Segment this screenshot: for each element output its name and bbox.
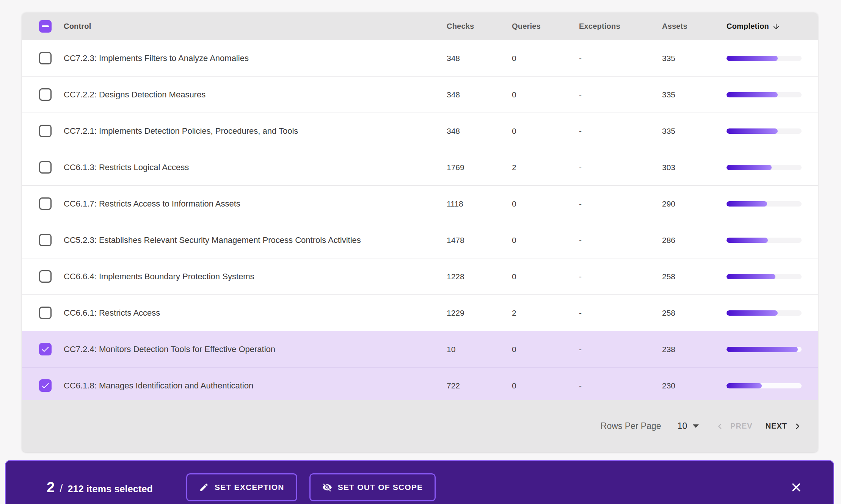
control-cell: CC6.1.8: Manages Identification and Auth… bbox=[64, 381, 447, 391]
assets-cell: 290 bbox=[662, 199, 726, 208]
exceptions-cell: - bbox=[579, 272, 662, 281]
control-cell: CC7.2.2: Designs Detection Measures bbox=[64, 90, 447, 100]
completion-bar-fill bbox=[726, 128, 778, 134]
queries-cell: 0 bbox=[512, 127, 579, 136]
queries-cell: 0 bbox=[512, 90, 579, 99]
column-header-assets[interactable]: Assets bbox=[662, 22, 726, 31]
rows-per-page-label: Rows Per Page bbox=[601, 421, 661, 431]
completion-bar-fill bbox=[726, 92, 778, 97]
table-header-row: Control Checks Queries Exceptions Assets… bbox=[22, 13, 818, 40]
next-label: NEXT bbox=[766, 422, 787, 430]
column-header-completion[interactable]: Completion bbox=[726, 22, 818, 31]
column-header-queries[interactable]: Queries bbox=[512, 22, 579, 31]
column-header-completion-label: Completion bbox=[726, 22, 769, 31]
completion-bar bbox=[726, 310, 802, 316]
row-checkbox[interactable] bbox=[39, 379, 52, 392]
caret-down-icon bbox=[693, 424, 699, 428]
checks-cell: 1229 bbox=[447, 308, 512, 318]
table-row[interactable]: CC6.6.4: Implements Boundary Protection … bbox=[22, 258, 818, 294]
table-row[interactable]: CC5.2.3: Establishes Relevant Security M… bbox=[22, 222, 818, 258]
completion-bar-fill bbox=[726, 383, 762, 388]
exceptions-cell: - bbox=[579, 90, 662, 99]
table-row[interactable]: CC6.6.1: Restricts Access 1229 2 - 258 bbox=[22, 294, 818, 331]
checks-cell: 348 bbox=[447, 127, 512, 136]
controls-table-card: Control Checks Queries Exceptions Assets… bbox=[22, 13, 818, 452]
exceptions-cell: - bbox=[579, 163, 662, 172]
exceptions-cell: - bbox=[579, 308, 662, 318]
queries-cell: 2 bbox=[512, 163, 579, 172]
control-cell: CC6.6.4: Implements Boundary Protection … bbox=[64, 272, 447, 282]
completion-bar bbox=[726, 128, 802, 134]
table-row[interactable]: CC7.2.2: Designs Detection Measures 348 … bbox=[22, 76, 818, 113]
selected-count: 2 bbox=[47, 479, 55, 496]
completion-bar-fill bbox=[726, 201, 767, 207]
row-checkbox[interactable] bbox=[39, 197, 52, 210]
completion-bar-fill bbox=[726, 56, 778, 61]
checkbox-indeterminate-icon bbox=[42, 25, 49, 27]
completion-bar-fill bbox=[726, 238, 768, 243]
row-checkbox[interactable] bbox=[39, 88, 52, 101]
completion-bar bbox=[726, 347, 802, 352]
completion-bar-fill bbox=[726, 165, 772, 170]
completion-bar bbox=[726, 165, 802, 170]
queries-cell: 2 bbox=[512, 308, 579, 318]
row-checkbox[interactable] bbox=[39, 234, 52, 246]
selection-summary: 2 / 212 items selected bbox=[47, 479, 153, 496]
checks-cell: 1769 bbox=[447, 163, 512, 172]
checks-cell: 1118 bbox=[447, 199, 512, 208]
column-header-exceptions[interactable]: Exceptions bbox=[579, 22, 662, 31]
set-out-of-scope-button[interactable]: SET OUT OF SCOPE bbox=[309, 473, 436, 501]
control-cell: CC6.1.7: Restricts Access to Information… bbox=[64, 199, 447, 209]
select-all-checkbox[interactable] bbox=[39, 20, 52, 33]
completion-bar bbox=[726, 56, 802, 61]
table-row[interactable]: CC6.1.8: Manages Identification and Auth… bbox=[22, 367, 818, 404]
assets-cell: 303 bbox=[662, 163, 726, 172]
column-header-checks[interactable]: Checks bbox=[447, 22, 512, 31]
table-row[interactable]: CC7.2.3: Implements Filters to Analyze A… bbox=[22, 40, 818, 76]
queries-cell: 0 bbox=[512, 381, 579, 390]
exceptions-cell: - bbox=[579, 381, 662, 390]
completion-bar bbox=[726, 238, 802, 243]
set-out-of-scope-label: SET OUT OF SCOPE bbox=[338, 483, 423, 492]
column-header-control: Control bbox=[64, 22, 447, 31]
queries-cell: 0 bbox=[512, 345, 579, 354]
checks-cell: 1228 bbox=[447, 272, 512, 281]
checks-cell: 1478 bbox=[447, 236, 512, 245]
row-checkbox[interactable] bbox=[39, 307, 52, 319]
selection-action-bar: 2 / 212 items selected SET EXCEPTION SET… bbox=[5, 460, 834, 504]
checkmark-icon bbox=[41, 381, 50, 390]
next-page-button[interactable]: NEXT bbox=[766, 422, 802, 430]
prev-label: PREV bbox=[730, 422, 752, 430]
exceptions-cell: - bbox=[579, 199, 662, 208]
prev-page-button[interactable]: PREV bbox=[716, 422, 752, 430]
row-checkbox[interactable] bbox=[39, 52, 52, 64]
checkmark-icon bbox=[41, 344, 50, 354]
table-footer: Rows Per Page 10 PREV NEXT bbox=[22, 400, 818, 452]
table-row[interactable]: CC7.2.1: Implements Detection Policies, … bbox=[22, 113, 818, 149]
table-body: CC7.2.3: Implements Filters to Analyze A… bbox=[22, 40, 818, 404]
control-cell: CC7.2.4: Monitors Detection Tools for Ef… bbox=[64, 344, 447, 354]
row-checkbox[interactable] bbox=[39, 125, 52, 137]
assets-cell: 238 bbox=[662, 345, 726, 354]
checks-cell: 10 bbox=[447, 345, 512, 354]
eye-off-icon bbox=[322, 482, 332, 492]
table-row[interactable]: CC7.2.4: Monitors Detection Tools for Ef… bbox=[22, 331, 818, 367]
dismiss-selection-button[interactable] bbox=[789, 480, 804, 495]
row-checkbox[interactable] bbox=[39, 343, 52, 355]
assets-cell: 335 bbox=[662, 127, 726, 136]
assets-cell: 335 bbox=[662, 90, 726, 99]
row-checkbox[interactable] bbox=[39, 270, 52, 283]
assets-cell: 258 bbox=[662, 272, 726, 281]
completion-bar bbox=[726, 201, 802, 207]
set-exception-button[interactable]: SET EXCEPTION bbox=[186, 473, 297, 501]
table-row[interactable]: CC6.1.7: Restricts Access to Information… bbox=[22, 185, 818, 222]
chevron-right-icon bbox=[793, 422, 802, 430]
row-checkbox[interactable] bbox=[39, 161, 52, 174]
rows-per-page-select[interactable]: 10 bbox=[678, 421, 699, 431]
assets-cell: 258 bbox=[662, 308, 726, 318]
exceptions-cell: - bbox=[579, 236, 662, 245]
control-cell: CC7.2.3: Implements Filters to Analyze A… bbox=[64, 53, 447, 63]
table-row[interactable]: CC6.1.3: Restricts Logical Access 1769 2… bbox=[22, 149, 818, 185]
rows-per-page-value: 10 bbox=[678, 421, 687, 431]
pencil-icon bbox=[199, 482, 209, 492]
